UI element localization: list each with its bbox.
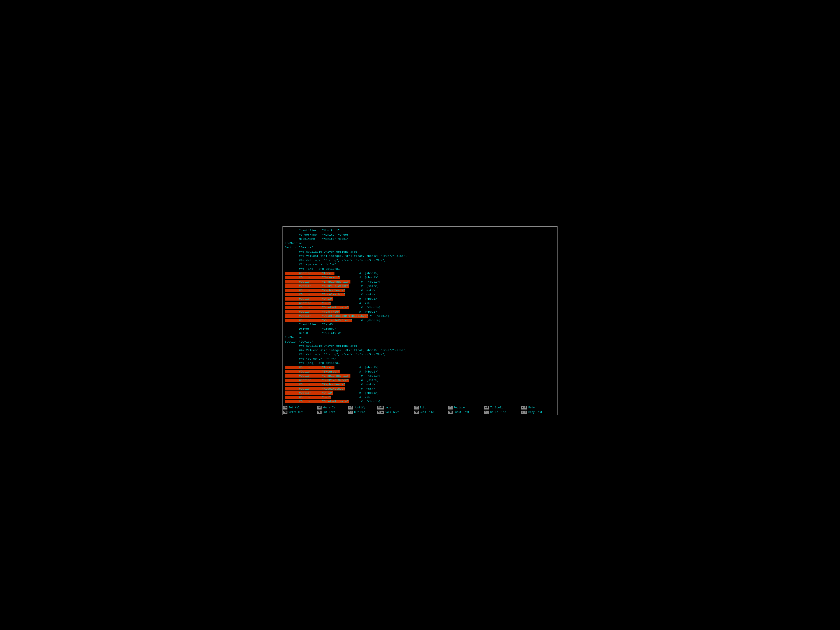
cmd-top-4: ^XExit [414, 405, 448, 410]
cmd-bottom-2: ^CCur Pos [348, 410, 377, 415]
line-3: EndSection [285, 241, 555, 246]
line-34: #Option "Accel" # [<bool>] [285, 365, 555, 370]
cmd-top-3: M-UUndo [377, 405, 414, 410]
terminal: Identifier "Monitor1" VendorName "Monito… [282, 226, 558, 415]
line-19: #Option "ShadowPrimary" # [<bool>] [285, 305, 555, 310]
line-21: #Option "DeleteUnusedDP12Displays" # [<b… [285, 314, 555, 318]
screen-wrapper: Identifier "Monitor1" VendorName "Monito… [280, 213, 560, 417]
line-30: ### Values: <i>: integer, <f>: float, <b… [285, 348, 555, 353]
line-1: VendorName "Monitor Vendor" [285, 233, 555, 237]
cmd-top-6: ^TTo Spell [484, 405, 521, 410]
line-41: #Option "DRI" # <i> [285, 395, 555, 399]
cmd-bottom-7: M-6Copy Text [521, 410, 557, 415]
line-33: ### [arg]: arg optional [285, 361, 555, 365]
line-15: #Option "ZaphodHeads" # <str> [285, 288, 555, 293]
line-40: #Option "DRI3" # [<bool>] [285, 391, 555, 395]
line-10: ### [arg]: arg optional [285, 267, 555, 271]
cmd-top-7: M-ERedo [521, 405, 557, 410]
line-20: #Option "TearFree" # [<bool>] [285, 310, 555, 314]
line-16: #Option "AccelMethod" # <str> [285, 292, 555, 297]
line-28: Section "Device" [285, 340, 555, 344]
line-12: #Option "SWcursor" # [<bool>] [285, 275, 555, 280]
cmd-bottom-1: ^KCut Text [317, 410, 348, 415]
line-37: #Option "SubPixelOrder" # [<str>] [285, 378, 555, 382]
cmd-bottom-5: ^UUncut Text [448, 410, 484, 415]
line-36: #Option "EnablePageFlip" # [<bool>] [285, 374, 555, 378]
line-24: Driver "amdgpu" [285, 327, 555, 331]
line-11: #Option "Accel" # [<bool>] [285, 271, 555, 276]
line-26: EndSection [285, 335, 555, 340]
line-0: Identifier "Monitor1" [285, 228, 555, 233]
line-8: ### <string>: "String", <freq>: "<f> Hz/… [285, 258, 555, 263]
line-7: ### Values: <i>: integer, <f>: float, <b… [285, 254, 555, 258]
content-area[interactable]: Identifier "Monitor1" VendorName "Monito… [283, 227, 557, 415]
line-14: #Option "SubPixelOrder" # [<str>] [285, 284, 555, 288]
cmd-top-2: ^JJustify [348, 405, 377, 410]
line-6: ### Available Driver options are:- [285, 250, 555, 254]
line-39: #Option "AccelMethod" # <str> [285, 387, 555, 391]
line-5: Section "Device" [285, 245, 555, 250]
cmd-bottom-6: ^_Go To Line [484, 410, 521, 415]
line-18: #Option "DRI" # <i> [285, 301, 555, 306]
line-2: ModelName "Monitor Model" [285, 237, 555, 241]
line-32: ### <percent>: "<f>%" [285, 357, 555, 361]
line-9: ### <percent>: "<f>%" [285, 262, 555, 267]
cmd-top-0: ^GGet Help [283, 405, 317, 410]
line-42: #Option "ShadowPrimary" # [<bool>] [285, 399, 555, 404]
line-29: ### Available Driver options are:- [285, 344, 555, 348]
cmd-bottom-3: M-AMark Text [377, 410, 414, 415]
line-31: ### <string>: "String", <freq>; "<f> Hz/… [285, 352, 555, 357]
cmd-bottom-0: ^OWrite Out [283, 410, 317, 415]
cmd-top-1: ^WWhere Is [317, 405, 348, 410]
line-25: BusID "PCI:6:0:0" [285, 331, 555, 335]
line-38: #Option "ZaphodHeads" # <str> [285, 382, 555, 387]
line-23: Identifier "Card0" [285, 322, 555, 327]
bottom-bar: ^GGet Help^WWhere Is^JJustifyM-UUndo^XEx… [283, 405, 557, 415]
line-17: #Option "DRI3" # [<bool>] [285, 297, 555, 301]
line-13: #Option "EnablePageFlip" # [<bool>] [285, 280, 555, 284]
line-35: #Option "SWcursor" # [<bool>] [285, 370, 555, 374]
cmd-top-5: ^\Replace [448, 405, 484, 410]
cmd-bottom-4: ^RRead File [414, 410, 448, 415]
line-22: #Option "VariableRefresh" # [<bool>] [285, 318, 555, 323]
